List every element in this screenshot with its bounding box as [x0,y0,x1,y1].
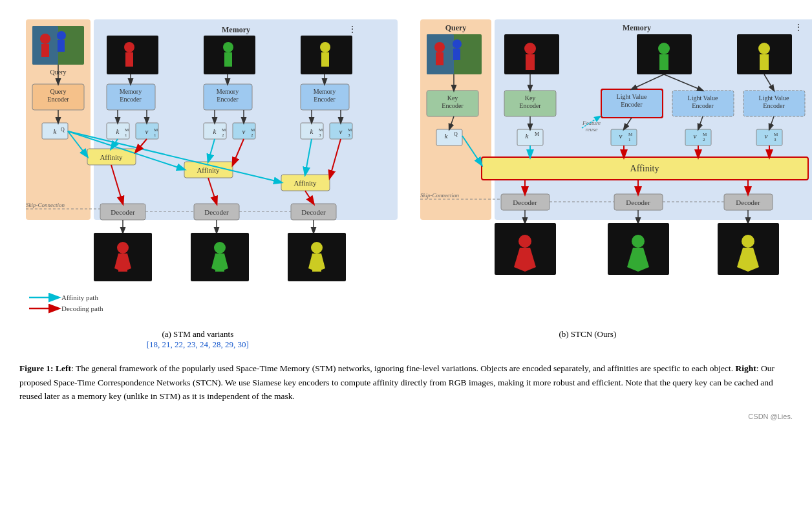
svg-text:M: M [251,127,255,133]
svg-text:Encoder: Encoder [763,102,785,109]
svg-rect-5 [41,44,49,57]
svg-rect-136 [760,54,769,70]
svg-rect-133 [659,54,668,70]
svg-text:Light Value: Light Value [759,94,789,102]
svg-text:Decoding path: Decoding path [61,305,103,312]
figure-caption: Figure 1: Left: The general framework of… [19,361,793,404]
bold-left: Left [56,363,71,373]
svg-rect-170 [756,129,782,146]
caption-left: (a) STM and variants [18, 21, 22, 23, 24… [19,329,376,350]
svg-text:Key: Key [525,94,536,102]
svg-text:Affinity: Affinity [630,164,659,173]
diagrams-row: Query Memory ⋮ Query [19,13,793,319]
svg-text:Encoder: Encoder [442,102,464,109]
svg-rect-125 [436,52,443,65]
svg-point-110 [311,242,323,253]
svg-text:⋮: ⋮ [348,25,357,34]
svg-text:M: M [628,132,633,137]
svg-text:v: v [145,127,149,135]
svg-text:Decoder: Decoder [204,208,229,216]
svg-point-129 [524,43,536,54]
svg-text:Skip-Connection: Skip-Connection [26,202,65,208]
svg-rect-13 [125,52,133,67]
svg-text:Decoder: Decoder [513,199,537,206]
svg-text:1: 1 [154,133,156,138]
svg-text:Encoder: Encoder [120,96,142,103]
svg-text:M: M [154,127,158,133]
svg-text:v: v [619,132,623,140]
svg-text:Query: Query [50,88,67,95]
svg-text:1: 1 [125,133,127,138]
svg-text:v: v [694,132,697,140]
svg-rect-19 [321,52,329,67]
svg-rect-156 [436,129,462,146]
svg-text:Encoder: Encoder [47,96,69,103]
svg-text:⋮: ⋮ [794,23,803,32]
svg-point-102 [117,242,129,253]
svg-text:Affinity: Affinity [100,153,123,161]
svg-text:M: M [703,132,707,137]
svg-rect-7 [58,40,65,52]
svg-text:v: v [765,132,768,140]
text-left: : The general framework of the popularly… [71,363,733,373]
svg-text:Encoder: Encoder [519,102,541,109]
caption-left-refs: [18, 21, 22, 23, 24, 28, 29, 30] [19,340,376,350]
svg-point-132 [658,43,670,54]
svg-point-216 [742,235,754,248]
svg-point-18 [320,42,330,52]
svg-rect-127 [453,49,460,60]
svg-text:Affinity path: Affinity path [61,294,98,301]
svg-text:M: M [222,127,226,133]
svg-text:Encoder: Encoder [621,101,643,108]
svg-text:Memory: Memory [222,25,250,34]
captions-row: (a) STM and variants [18, 21, 22, 23, 24… [19,329,793,350]
diagram-left: Query Memory ⋮ Query [19,13,407,319]
right-diagram-svg: Query Memory ⋮ [417,16,812,314]
svg-text:M: M [535,131,539,137]
caption-right: (b) STCN (Ours) [383,329,793,350]
svg-point-15 [223,42,233,52]
caption-refs-link[interactable]: [18, 21, 22, 23, 24, 28, 29, 30] [147,340,249,349]
svg-text:3: 3 [774,137,776,142]
svg-point-106 [214,242,226,253]
svg-text:Memory: Memory [120,88,142,95]
svg-text:Affinity: Affinity [294,179,317,187]
svg-rect-166 [685,129,711,146]
svg-text:Decoder: Decoder [736,199,760,206]
svg-point-135 [758,43,770,54]
svg-point-126 [453,39,462,49]
svg-text:Decoder: Decoder [626,199,650,206]
svg-text:Encoder: Encoder [217,96,239,103]
svg-text:M: M [319,127,323,133]
svg-text:3: 3 [319,133,321,138]
svg-point-208 [518,235,531,248]
caption-left-title: (a) STM and variants [19,329,376,340]
svg-text:Feature: Feature [582,120,601,126]
main-container: Query Memory ⋮ Query [19,13,793,420]
svg-text:Encoder: Encoder [692,102,714,109]
svg-text:2: 2 [222,133,224,138]
svg-point-124 [434,42,445,52]
svg-text:v: v [242,127,246,135]
svg-point-12 [124,42,134,52]
svg-text:Key: Key [447,94,458,102]
svg-text:Encoder: Encoder [314,96,336,103]
svg-text:M: M [125,127,129,133]
left-diagram-svg: Query Memory ⋮ Query [23,16,404,314]
svg-text:M: M [774,132,778,137]
svg-point-212 [632,235,645,248]
svg-text:2: 2 [703,137,705,142]
svg-text:Q: Q [454,131,458,137]
svg-text:Q: Q [61,127,65,133]
svg-rect-130 [526,54,535,70]
svg-point-4 [40,34,50,44]
diagram-right: Query Memory ⋮ [414,13,812,319]
svg-point-6 [57,31,66,40]
svg-text:Memory: Memory [314,88,336,95]
svg-text:Skip-Connection: Skip-Connection [420,192,459,199]
svg-text:Light Value: Light Value [617,93,647,100]
svg-text:1: 1 [628,137,631,142]
svg-rect-162 [611,129,637,146]
svg-text:Light Value: Light Value [688,94,718,102]
svg-text:M: M [348,127,352,133]
